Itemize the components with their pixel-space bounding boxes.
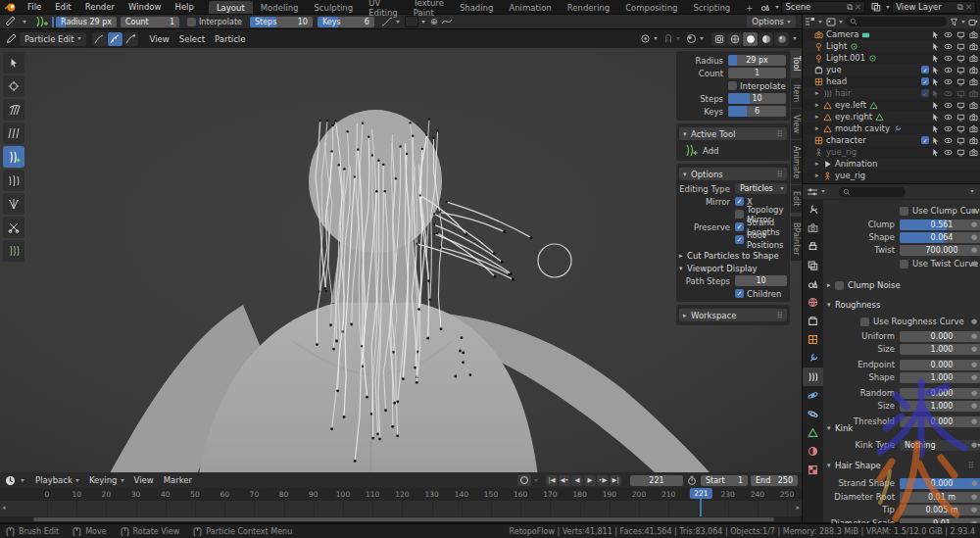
path-select-mode[interactable] [92, 32, 107, 46]
workspace-tab-sculpting[interactable]: Sculpting [306, 1, 361, 14]
kink-panel-header[interactable]: ▾Kink [827, 423, 853, 433]
animate-dot[interactable]: ● [971, 361, 977, 368]
select-toggle-icon[interactable] [929, 148, 942, 157]
viewport-menu-view[interactable]: View [145, 32, 174, 46]
camera-toggle-icon[interactable] [967, 113, 980, 122]
menu-help[interactable]: Help [168, 0, 200, 14]
viewport-display-subpanel[interactable]: ▾Viewport Display [679, 262, 787, 274]
camera-toggle-icon[interactable] [967, 30, 980, 39]
expand-arrow-icon[interactable]: ▸ [815, 113, 823, 121]
properties-tab-scene[interactable] [803, 274, 823, 293]
object-name[interactable]: Animation [835, 159, 877, 169]
timeline-ruler[interactable]: 0102030405060708090100110120130140150160… [0, 488, 802, 501]
display-mode-icon[interactable] [805, 17, 815, 26]
outliner-row-eye-right[interactable]: ▸eye.right [803, 111, 980, 122]
object-name[interactable]: head [826, 76, 847, 86]
eye-toggle-icon[interactable] [942, 113, 955, 122]
select-toggle-icon[interactable] [929, 124, 942, 133]
screen-toggle-icon[interactable] [955, 101, 967, 110]
sidebar-tab-bpainter[interactable]: BPainter [791, 217, 802, 262]
animate-dot[interactable]: ● [971, 345, 977, 353]
prev-keyframe-button[interactable]: ◀• [559, 475, 570, 486]
mode-selector[interactable]: Particle Edit [20, 32, 86, 46]
sidebar-tab-view[interactable]: View [791, 109, 802, 139]
animate-dot[interactable]: ● [971, 318, 977, 325]
workspace-tab-texture-paint[interactable]: Texture Paint [406, 1, 452, 14]
snap-magnet-icon[interactable] [663, 33, 673, 44]
interpolate-checkbox[interactable]: ✓ [187, 18, 196, 26]
exclude-checkbox[interactable]: ✓ [921, 77, 929, 85]
workspace-section-header[interactable]: ▸Workspace⠿ [679, 309, 787, 321]
comb-tool-button[interactable] [3, 99, 24, 121]
workspace-tab-compositing[interactable]: Compositing [617, 1, 685, 14]
roughness-size-field[interactable]: 1.000 [900, 401, 980, 412]
proportional-edit-icon[interactable] [640, 33, 651, 44]
workspace-tab-rendering[interactable]: Rendering [560, 1, 617, 14]
expand-arrow-icon[interactable]: ▸ [815, 160, 823, 168]
roughness-uniform-field[interactable]: 0.000 [900, 331, 980, 342]
new-collection-icon[interactable] [968, 18, 978, 26]
outliner-row-character[interactable]: character✓ [803, 134, 980, 146]
active-tool-section-header[interactable]: ▾Active Tool⠿ [679, 127, 787, 140]
screen-toggle-icon[interactable] [955, 54, 967, 63]
jump-to-start-button[interactable]: |◀ [546, 475, 558, 486]
menu-window[interactable]: Window [122, 0, 169, 14]
eye-toggle-icon[interactable] [942, 30, 955, 39]
play-reverse-button[interactable]: ◀ [571, 475, 583, 486]
screen-toggle-icon[interactable] [955, 136, 967, 145]
length-tool-button[interactable] [3, 170, 24, 191]
properties-tab-constraints[interactable] [803, 405, 823, 423]
roughness-size-field[interactable]: 1.000 [900, 344, 980, 355]
properties-tab-texture[interactable] [803, 461, 823, 479]
use-twist-curve-checkbox[interactable]: ✓ [900, 260, 908, 269]
scroll-left-arrow[interactable]: ◂ [2, 504, 6, 512]
screen-toggle-icon[interactable] [955, 113, 967, 122]
properties-tab-tool[interactable] [803, 200, 823, 219]
next-keyframe-button[interactable]: •▶ [597, 475, 609, 486]
copy-icon[interactable]: ⧉ [957, 2, 963, 13]
object-name[interactable]: mouth cavity [835, 123, 890, 133]
current-frame-field[interactable]: 221 [630, 475, 683, 486]
workspace-tab-shading[interactable]: Shading [452, 1, 502, 14]
timeline-scrollbar[interactable] [0, 516, 802, 522]
outliner-row-light[interactable]: Light [803, 40, 980, 52]
add-extra-icon[interactable]: ⊕ [430, 17, 438, 26]
camera-toggle-icon[interactable] [967, 66, 980, 74]
exclude-checkbox[interactable]: ✓ [921, 136, 929, 144]
workspace-tab-scripting[interactable]: Scripting [685, 1, 738, 14]
select-toggle-icon[interactable] [929, 30, 942, 39]
shading-material-button[interactable] [759, 32, 773, 46]
timeline-track-area[interactable]: ◂ ▸ [0, 501, 802, 516]
sidebar-tab-item[interactable]: Item [791, 78, 802, 108]
options-button[interactable]: Options [747, 16, 796, 27]
animate-dot[interactable]: ● [971, 441, 977, 449]
tweak-tool-button[interactable] [3, 52, 24, 73]
screen-toggle-icon[interactable] [955, 30, 967, 39]
scene-selector[interactable]: Scene ⧉ ✕ [781, 1, 865, 14]
roughness-endpoint-field[interactable]: 0.000 [900, 360, 980, 370]
eye-toggle-icon[interactable] [942, 42, 955, 51]
jump-to-end-button[interactable]: ▶| [610, 475, 621, 486]
select-toggle-icon[interactable] [929, 66, 942, 74]
eye-toggle-icon[interactable] [942, 101, 955, 110]
object-name[interactable]: character [826, 135, 866, 145]
object-name[interactable]: eye.left [835, 100, 866, 110]
stroke-curve-icon[interactable] [441, 17, 453, 26]
view-layer-selector[interactable]: View Layer ⧉ ✕ [892, 1, 976, 14]
playhead-frame-label[interactable]: 221 [690, 488, 711, 499]
sidebar-interpolate-checkbox[interactable]: ✓ [728, 81, 737, 90]
animate-dot[interactable]: ● [971, 373, 977, 381]
object-name[interactable]: yue_rig [826, 147, 857, 157]
sidebar-keys-field[interactable]: 6 [728, 106, 786, 117]
filter-funnel-icon[interactable] [950, 18, 958, 26]
exclude-checkbox[interactable]: ✓ [921, 89, 929, 97]
mirror-x-checkbox[interactable]: ✓ [735, 197, 744, 206]
expand-arrow-icon[interactable]: ▸ [815, 171, 823, 179]
animate-dot[interactable]: ● [971, 479, 977, 487]
puff-tool-button[interactable] [3, 193, 24, 215]
camera-toggle-icon[interactable] [967, 54, 980, 63]
select-toggle-icon[interactable] [929, 54, 942, 63]
properties-tab-output[interactable] [803, 237, 823, 256]
properties-tab-object[interactable] [803, 330, 823, 349]
properties-tab-physics[interactable] [803, 386, 823, 405]
